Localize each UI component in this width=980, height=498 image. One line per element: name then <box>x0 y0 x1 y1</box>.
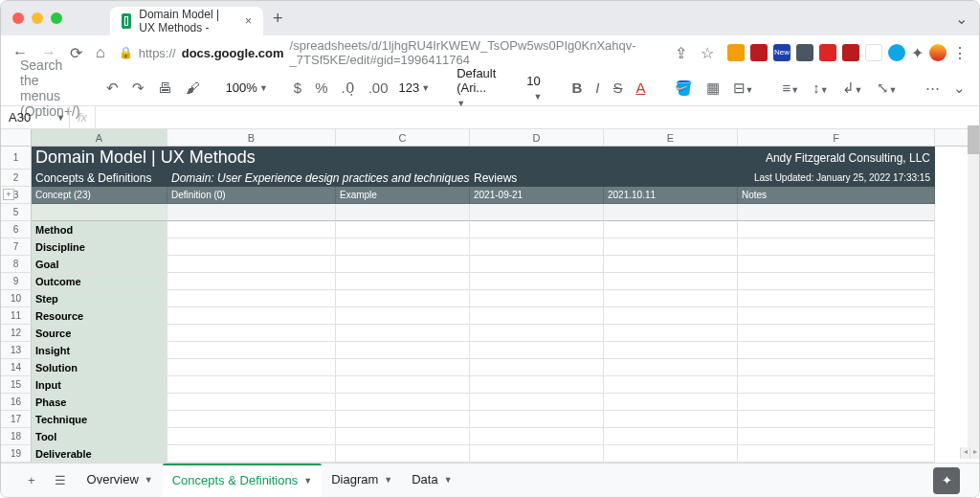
sheet-tab[interactable]: Diagram ▼ <box>322 464 402 497</box>
extension-icon[interactable] <box>888 44 905 61</box>
row-header[interactable]: 14 <box>1 359 32 376</box>
fill-color-button[interactable]: 🪣 <box>672 79 696 97</box>
extension-icon[interactable] <box>796 44 813 61</box>
column-header-d[interactable]: D <box>470 129 604 146</box>
cell[interactable] <box>167 394 336 411</box>
cell[interactable]: Step <box>32 290 167 307</box>
cell[interactable]: Concepts & Definitions <box>32 170 167 187</box>
window-minimize-button[interactable] <box>32 12 43 24</box>
window-close-button[interactable] <box>12 12 24 24</box>
cell[interactable] <box>336 376 470 394</box>
italic-button[interactable]: I <box>592 79 602 96</box>
cell[interactable] <box>738 376 935 394</box>
cell[interactable] <box>167 376 336 394</box>
cell[interactable]: Discipline <box>32 238 167 256</box>
cell[interactable] <box>738 325 935 342</box>
cell[interactable] <box>336 307 470 325</box>
cell[interactable] <box>167 428 336 445</box>
row-header[interactable]: 18 <box>1 428 32 445</box>
cell[interactable] <box>470 325 604 342</box>
cell[interactable]: Method <box>32 221 167 238</box>
decrease-decimal-button[interactable]: .0̣ <box>339 79 358 97</box>
cell[interactable] <box>470 428 604 445</box>
font-family-dropdown[interactable]: Default (Ari... ▼ <box>453 66 500 109</box>
cell[interactable] <box>167 325 336 342</box>
cell[interactable]: Example <box>336 187 470 204</box>
row-header[interactable]: 15 <box>1 376 32 394</box>
cell[interactable] <box>604 394 738 411</box>
cell[interactable] <box>604 221 738 238</box>
cell[interactable]: Resource <box>32 307 167 325</box>
cell[interactable] <box>336 238 470 256</box>
redo-button[interactable]: ↷ <box>129 79 147 97</box>
cell[interactable]: Andy Fitzgerald Consulting, LLC <box>661 147 935 170</box>
column-header-e[interactable]: E <box>604 129 738 146</box>
cell[interactable] <box>167 307 336 325</box>
home-button[interactable]: ⌂ <box>96 44 105 61</box>
cell[interactable]: ☰ <box>167 204 336 221</box>
tab-close-button[interactable]: × <box>245 14 252 28</box>
print-button[interactable]: 🖶 <box>155 79 175 96</box>
column-header-f[interactable]: F <box>738 129 935 146</box>
cell[interactable]: Last Updated: January 25, 2022 17:33:15 <box>738 170 935 187</box>
cell[interactable] <box>167 359 336 376</box>
row-header[interactable]: 2 <box>1 170 32 187</box>
cell[interactable] <box>167 445 336 463</box>
increase-decimal-button[interactable]: .00 <box>366 79 391 96</box>
profile-avatar[interactable] <box>929 44 947 61</box>
cell[interactable] <box>470 445 604 463</box>
cell[interactable] <box>738 273 935 290</box>
sheet-tab-menu-icon[interactable]: ▼ <box>444 475 453 485</box>
extension-icon[interactable] <box>727 44 745 61</box>
column-header-b[interactable]: B <box>167 129 336 146</box>
sheet-tab-menu-icon[interactable]: ▼ <box>145 475 153 485</box>
row-group-expand-button[interactable]: + <box>3 189 14 200</box>
cell[interactable]: Concept (23) <box>32 187 167 204</box>
cell[interactable] <box>336 359 470 376</box>
cell[interactable] <box>738 445 935 463</box>
cell[interactable]: Domain Model | UX Methods <box>32 147 661 170</box>
cell[interactable] <box>604 428 738 445</box>
sheet-tab[interactable]: Concepts & Definitions ▼ <box>163 464 322 497</box>
undo-button[interactable]: ↶ <box>103 79 122 97</box>
horizontal-scroll-buttons[interactable]: ◂▸ <box>960 447 979 459</box>
bold-button[interactable]: B <box>569 79 586 96</box>
cell[interactable] <box>336 325 470 342</box>
cell[interactable] <box>470 256 604 273</box>
forward-button[interactable]: → <box>41 44 56 61</box>
cell[interactable]: 2021-09-21 <box>470 187 604 204</box>
extension-icon[interactable]: New <box>773 44 791 61</box>
cell[interactable] <box>604 342 738 359</box>
sheet-tab[interactable]: Overview ▼ <box>78 464 163 497</box>
extension-icon[interactable] <box>819 44 836 61</box>
cell[interactable] <box>336 445 470 463</box>
cell[interactable]: ☰ <box>604 204 738 221</box>
row-header[interactable]: 17 <box>1 411 32 428</box>
tabs-dropdown-button[interactable]: ⌄ <box>955 10 968 28</box>
cell[interactable] <box>604 170 738 187</box>
cell[interactable] <box>167 273 336 290</box>
row-header[interactable]: 9 <box>1 273 32 290</box>
row-header[interactable]: 13 <box>1 342 32 359</box>
cell[interactable]: Source <box>32 325 167 342</box>
all-sheets-button[interactable]: ☰ <box>47 473 74 487</box>
borders-button[interactable]: ▦ <box>703 79 723 97</box>
cell[interactable] <box>738 256 935 273</box>
number-format-dropdown[interactable]: 123▼ <box>399 80 431 95</box>
currency-button[interactable]: $ <box>291 79 304 96</box>
column-header-c[interactable]: C <box>336 129 470 146</box>
cell[interactable] <box>604 411 738 428</box>
sheet-tab-menu-icon[interactable]: ▼ <box>303 476 312 486</box>
cell[interactable] <box>604 307 738 325</box>
cell[interactable] <box>604 256 738 273</box>
bookmark-button[interactable]: ☆ <box>701 44 714 62</box>
cell[interactable] <box>167 290 336 307</box>
cell[interactable]: Input <box>32 376 167 394</box>
zoom-dropdown[interactable]: 100%▼ <box>226 80 268 95</box>
cell[interactable] <box>470 411 604 428</box>
cell[interactable] <box>336 273 470 290</box>
cell[interactable]: 2021.10.11 <box>604 187 738 204</box>
horizontal-align-button[interactable]: ≡▼ <box>779 79 802 96</box>
cell[interactable] <box>604 273 738 290</box>
cell[interactable] <box>604 325 738 342</box>
